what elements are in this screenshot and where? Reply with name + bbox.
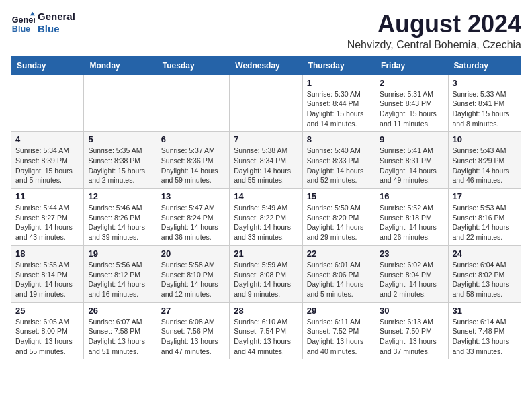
day-info: Sunrise: 5:40 AM Sunset: 8:33 PM Dayligh… [307, 146, 371, 185]
calendar-cell: 18Sunrise: 5:55 AM Sunset: 8:14 PM Dayli… [11, 245, 84, 302]
day-info: Sunrise: 6:05 AM Sunset: 8:00 PM Dayligh… [15, 317, 79, 357]
calendar-week-row: 11Sunrise: 5:44 AM Sunset: 8:27 PM Dayli… [11, 189, 521, 246]
day-number: 17 [453, 191, 517, 201]
day-info: Sunrise: 5:49 AM Sunset: 8:22 PM Dayligh… [234, 203, 298, 242]
calendar-cell: 17Sunrise: 5:53 AM Sunset: 8:16 PM Dayli… [448, 189, 521, 246]
calendar-cell: 7Sunrise: 5:38 AM Sunset: 8:34 PM Daylig… [230, 132, 302, 189]
day-info: Sunrise: 6:10 AM Sunset: 7:54 PM Dayligh… [234, 317, 298, 357]
calendar-cell: 12Sunrise: 5:46 AM Sunset: 8:26 PM Dayli… [84, 189, 157, 246]
col-header-tuesday: Tuesday [157, 56, 229, 75]
day-info: Sunrise: 5:52 AM Sunset: 8:18 PM Dayligh… [380, 203, 443, 242]
logo-line1: General [38, 11, 75, 23]
calendar-cell: 2Sunrise: 5:31 AM Sunset: 8:43 PM Daylig… [375, 75, 448, 132]
calendar-cell: 19Sunrise: 5:56 AM Sunset: 8:12 PM Dayli… [84, 245, 157, 302]
day-info: Sunrise: 6:08 AM Sunset: 7:56 PM Dayligh… [161, 317, 225, 357]
logo-line2: Blue [38, 23, 75, 35]
day-info: Sunrise: 6:07 AM Sunset: 7:58 PM Dayligh… [88, 317, 152, 357]
calendar-cell: 10Sunrise: 5:43 AM Sunset: 8:29 PM Dayli… [448, 132, 521, 189]
day-info: Sunrise: 5:53 AM Sunset: 8:16 PM Dayligh… [453, 203, 517, 242]
col-header-thursday: Thursday [302, 56, 375, 75]
month-year-title: August 2024 [347, 11, 521, 38]
day-number: 24 [453, 248, 517, 259]
calendar-cell: 6Sunrise: 5:37 AM Sunset: 8:36 PM Daylig… [157, 132, 229, 189]
calendar-cell [84, 75, 157, 132]
day-info: Sunrise: 5:38 AM Sunset: 8:34 PM Dayligh… [234, 146, 298, 185]
day-number: 15 [307, 191, 371, 201]
day-info: Sunrise: 5:35 AM Sunset: 8:38 PM Dayligh… [88, 146, 152, 185]
day-info: Sunrise: 5:41 AM Sunset: 8:31 PM Dayligh… [380, 146, 443, 185]
day-info: Sunrise: 5:33 AM Sunset: 8:41 PM Dayligh… [453, 89, 517, 129]
day-number: 1 [307, 78, 371, 88]
day-info: Sunrise: 5:44 AM Sunset: 8:27 PM Dayligh… [15, 203, 79, 242]
day-number: 9 [380, 134, 443, 144]
calendar-cell [11, 75, 84, 132]
day-info: Sunrise: 6:13 AM Sunset: 7:50 PM Dayligh… [380, 317, 443, 357]
day-info: Sunrise: 5:59 AM Sunset: 8:08 PM Dayligh… [234, 260, 298, 300]
calendar-cell [157, 75, 229, 132]
calendar-cell: 27Sunrise: 6:08 AM Sunset: 7:56 PM Dayli… [157, 302, 229, 359]
day-info: Sunrise: 6:14 AM Sunset: 7:48 PM Dayligh… [453, 317, 517, 357]
day-number: 10 [453, 134, 517, 144]
day-info: Sunrise: 5:47 AM Sunset: 8:24 PM Dayligh… [161, 203, 225, 242]
svg-marker-2 [30, 12, 35, 15]
calendar-cell [230, 75, 302, 132]
day-number: 11 [15, 191, 79, 201]
svg-text:Blue: Blue [12, 24, 30, 34]
calendar-cell: 26Sunrise: 6:07 AM Sunset: 7:58 PM Dayli… [84, 302, 157, 359]
day-number: 2 [380, 78, 443, 88]
col-header-friday: Friday [375, 56, 448, 75]
day-number: 23 [380, 248, 443, 259]
day-info: Sunrise: 6:01 AM Sunset: 8:06 PM Dayligh… [307, 260, 371, 300]
day-number: 14 [234, 191, 298, 201]
calendar-cell: 30Sunrise: 6:13 AM Sunset: 7:50 PM Dayli… [375, 302, 448, 359]
calendar-cell: 14Sunrise: 5:49 AM Sunset: 8:22 PM Dayli… [230, 189, 302, 246]
day-number: 13 [161, 191, 225, 201]
calendar-table: SundayMondayTuesdayWednesdayThursdayFrid… [11, 56, 521, 360]
day-number: 6 [161, 134, 225, 144]
calendar-cell: 13Sunrise: 5:47 AM Sunset: 8:24 PM Dayli… [157, 189, 229, 246]
calendar-cell: 8Sunrise: 5:40 AM Sunset: 8:33 PM Daylig… [302, 132, 375, 189]
day-number: 26 [88, 306, 152, 316]
day-number: 29 [307, 306, 371, 316]
day-info: Sunrise: 5:31 AM Sunset: 8:43 PM Dayligh… [380, 89, 443, 129]
day-info: Sunrise: 5:30 AM Sunset: 8:44 PM Dayligh… [307, 89, 371, 129]
col-header-saturday: Saturday [448, 56, 521, 75]
calendar-cell: 29Sunrise: 6:11 AM Sunset: 7:52 PM Dayli… [302, 302, 375, 359]
day-info: Sunrise: 5:50 AM Sunset: 8:20 PM Dayligh… [307, 203, 371, 242]
day-number: 19 [88, 248, 152, 259]
day-info: Sunrise: 5:46 AM Sunset: 8:26 PM Dayligh… [88, 203, 152, 242]
calendar-cell: 1Sunrise: 5:30 AM Sunset: 8:44 PM Daylig… [302, 75, 375, 132]
title-block: August 2024 Nehvizdy, Central Bohemia, C… [347, 11, 521, 51]
col-header-monday: Monday [84, 56, 157, 75]
day-info: Sunrise: 5:37 AM Sunset: 8:36 PM Dayligh… [161, 146, 225, 185]
calendar-cell: 21Sunrise: 5:59 AM Sunset: 8:08 PM Dayli… [230, 245, 302, 302]
day-number: 12 [88, 191, 152, 201]
calendar-cell: 3Sunrise: 5:33 AM Sunset: 8:41 PM Daylig… [448, 75, 521, 132]
day-number: 21 [234, 248, 298, 259]
day-number: 27 [161, 306, 225, 316]
calendar-cell: 11Sunrise: 5:44 AM Sunset: 8:27 PM Dayli… [11, 189, 84, 246]
calendar-cell: 5Sunrise: 5:35 AM Sunset: 8:38 PM Daylig… [84, 132, 157, 189]
calendar-cell: 22Sunrise: 6:01 AM Sunset: 8:06 PM Dayli… [302, 245, 375, 302]
calendar-cell: 4Sunrise: 5:34 AM Sunset: 8:39 PM Daylig… [11, 132, 84, 189]
calendar-cell: 9Sunrise: 5:41 AM Sunset: 8:31 PM Daylig… [375, 132, 448, 189]
day-number: 4 [15, 134, 79, 144]
calendar-week-row: 1Sunrise: 5:30 AM Sunset: 8:44 PM Daylig… [11, 75, 521, 132]
col-header-wednesday: Wednesday [230, 56, 302, 75]
day-info: Sunrise: 5:56 AM Sunset: 8:12 PM Dayligh… [88, 260, 152, 300]
calendar-cell: 28Sunrise: 6:10 AM Sunset: 7:54 PM Dayli… [230, 302, 302, 359]
logo-icon: General Blue [11, 11, 35, 35]
day-number: 7 [234, 134, 298, 144]
day-number: 20 [161, 248, 225, 259]
day-info: Sunrise: 6:02 AM Sunset: 8:04 PM Dayligh… [380, 260, 443, 300]
day-number: 16 [380, 191, 443, 201]
location-subtitle: Nehvizdy, Central Bohemia, Czechia [347, 39, 521, 51]
calendar-cell: 16Sunrise: 5:52 AM Sunset: 8:18 PM Dayli… [375, 189, 448, 246]
day-number: 5 [88, 134, 152, 144]
logo: General Blue General Blue [11, 11, 75, 35]
calendar-week-row: 18Sunrise: 5:55 AM Sunset: 8:14 PM Dayli… [11, 245, 521, 302]
day-number: 3 [453, 78, 517, 88]
calendar-week-row: 4Sunrise: 5:34 AM Sunset: 8:39 PM Daylig… [11, 132, 521, 189]
day-info: Sunrise: 5:34 AM Sunset: 8:39 PM Dayligh… [15, 146, 79, 185]
day-number: 22 [307, 248, 371, 259]
